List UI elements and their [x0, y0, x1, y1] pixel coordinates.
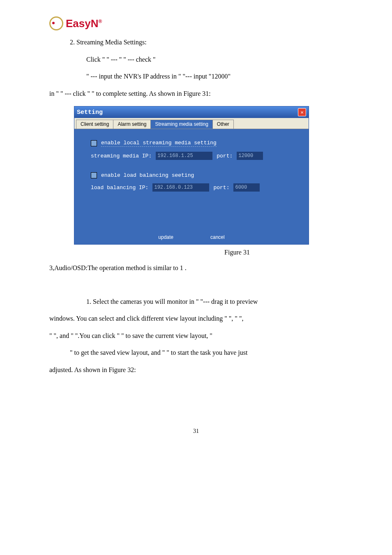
logo-icon: [49, 16, 63, 30]
figure-caption: Figure 31: [49, 245, 343, 259]
port-label-2: port:: [213, 185, 229, 191]
body-line: 1. Select the cameras you will monitor i…: [49, 293, 343, 310]
dialog-titlebar: Setting ✕: [74, 106, 309, 118]
update-button[interactable]: update: [158, 234, 173, 240]
tab-bar: Client setting Alarm setting Streaming m…: [74, 118, 309, 129]
body-line: adjusted. As shown in Figure 32:: [49, 361, 343, 379]
lb-ip-label: load balancing IP:: [91, 185, 148, 191]
body-line: " ", and " ".You can click " " to save t…: [49, 327, 343, 345]
body-line: in " " --- click " " to complete setting…: [49, 85, 343, 102]
tab-alarm-setting[interactable]: Alarm setting: [113, 120, 151, 129]
enable-lb-label: enable load balancing seeting: [101, 172, 194, 178]
tab-client-setting[interactable]: Client setting: [76, 120, 113, 129]
checkbox-enable-load-balancing[interactable]: [91, 172, 97, 178]
cancel-button[interactable]: cancel: [210, 234, 225, 240]
stream-port-input[interactable]: [237, 152, 263, 160]
tab-other[interactable]: Other: [212, 120, 234, 129]
body-line: " --- input the NVR's IP address in " "-…: [49, 68, 343, 85]
checkbox-enable-streaming[interactable]: [91, 140, 97, 146]
lb-port-input[interactable]: [233, 183, 260, 192]
dialog-title: Setting: [77, 109, 103, 116]
logo-reg: ®: [99, 18, 102, 24]
section-heading: 2. Streaming Media Settings:: [49, 34, 343, 51]
settings-dialog: Setting ✕ Client setting Alarm setting S…: [74, 106, 343, 245]
stream-ip-label: streaming media IP:: [91, 153, 152, 159]
body-line: Click " " --- " " --- check ": [49, 51, 343, 68]
logo-brand: EasyN: [66, 17, 99, 30]
port-label: port:: [217, 153, 233, 159]
body-line: " to get the saved view layout, and " " …: [49, 344, 343, 361]
lb-ip-input[interactable]: [152, 183, 209, 192]
logo-text: EasyN®: [66, 17, 102, 30]
body-line: 3,Audio/OSD:The operation method is simi…: [49, 259, 343, 277]
close-icon[interactable]: ✕: [298, 108, 306, 116]
enable-streaming-label: enable local streaming media setting: [101, 140, 217, 147]
tab-streaming-media[interactable]: Streaming media setting: [150, 120, 212, 129]
page-number: 31: [49, 428, 343, 435]
stream-ip-input[interactable]: [156, 152, 212, 160]
body-line: windows. You can select and click differ…: [49, 310, 343, 327]
logo: EasyN®: [49, 16, 343, 30]
